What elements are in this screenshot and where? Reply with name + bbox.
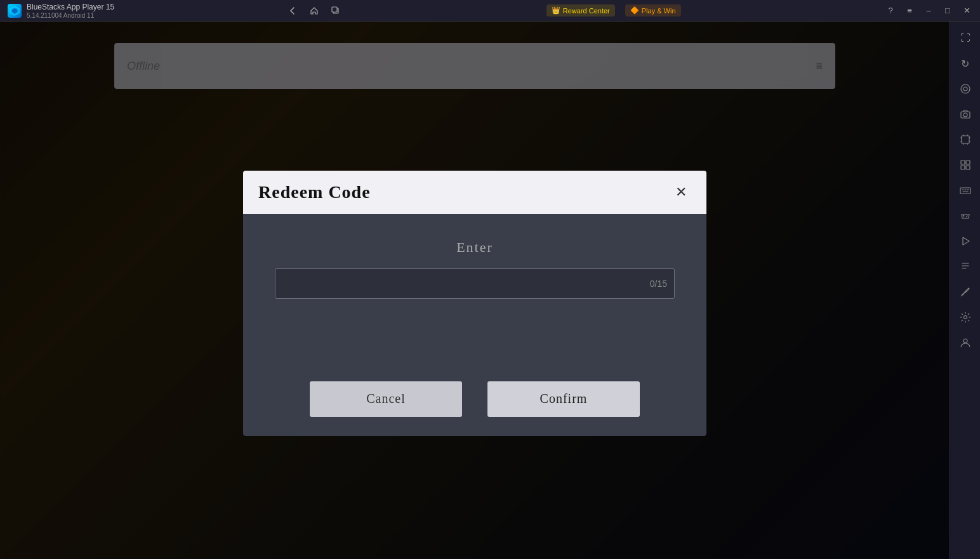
app-name: BlueStacks App Player 15 <box>27 3 114 11</box>
screenshot-sidebar-icon[interactable] <box>954 128 977 151</box>
svg-rect-9 <box>961 161 965 164</box>
svg-rect-13 <box>960 188 970 194</box>
svg-point-15 <box>965 216 966 217</box>
svg-rect-8 <box>962 136 969 143</box>
dialog-overlay: Redeem Code ✕ Enter 0/15 Cancel Confirm <box>0 22 950 559</box>
confirm-button[interactable]: Confirm <box>487 381 640 417</box>
minimize-button[interactable]: – <box>920 3 937 19</box>
expand-sidebar-icon[interactable]: ⛶ <box>954 27 977 49</box>
close-button[interactable]: ✕ <box>958 3 975 19</box>
svg-point-16 <box>963 316 967 319</box>
app-version: 5.14.211004 Android 11 <box>27 12 114 19</box>
dialog-header: Redeem Code ✕ <box>243 171 706 214</box>
redeem-code-input[interactable] <box>275 268 675 299</box>
reward-center-label: Reward Center <box>563 7 610 15</box>
reward-icon: 👑 <box>552 6 560 15</box>
svg-point-14 <box>967 215 967 216</box>
dialog-enter-label: Enter <box>456 239 493 256</box>
nav-copy-button[interactable] <box>327 2 345 20</box>
menu-button[interactable]: ≡ <box>901 3 918 19</box>
titlebar-nav <box>279 2 350 20</box>
brush-sidebar-icon[interactable] <box>954 280 977 303</box>
volume-sidebar-icon[interactable] <box>954 77 977 100</box>
svg-point-5 <box>963 87 967 91</box>
settings-sidebar-icon[interactable] <box>954 306 977 329</box>
script-sidebar-icon[interactable] <box>954 255 977 278</box>
redeem-code-dialog: Redeem Code ✕ Enter 0/15 Cancel Confirm <box>243 171 706 436</box>
play-win-label: Play & Win <box>642 7 676 15</box>
dialog-close-button[interactable]: ✕ <box>671 182 691 202</box>
dialog-body: Enter 0/15 Cancel Confirm <box>243 214 706 436</box>
zoom-sidebar-icon[interactable] <box>954 154 977 176</box>
svg-rect-10 <box>966 161 970 164</box>
bluestacks-logo <box>8 4 22 18</box>
play-win-icon: 🔶 <box>630 6 639 15</box>
svg-point-4 <box>961 84 970 93</box>
keyboard-sidebar-icon[interactable] <box>954 179 977 202</box>
rotate-sidebar-icon[interactable]: ↻ <box>954 52 977 75</box>
right-sidebar: ⛶ ↻ <box>950 22 980 559</box>
dialog-input-wrapper: 0/15 <box>275 268 675 299</box>
svg-rect-3 <box>332 7 337 12</box>
svg-point-7 <box>963 113 967 117</box>
cancel-button[interactable]: Cancel <box>310 381 462 417</box>
char-count: 0/15 <box>650 279 667 289</box>
account-sidebar-icon[interactable] <box>954 331 977 354</box>
dialog-title: Redeem Code <box>258 182 371 202</box>
svg-marker-1 <box>12 8 17 13</box>
maximize-button[interactable]: □ <box>939 3 956 19</box>
titlebar: BlueStacks App Player 15 5.14.211004 And… <box>0 0 980 22</box>
svg-rect-11 <box>961 166 965 169</box>
play-win-badge[interactable]: 🔶 Play & Win <box>625 4 681 16</box>
main-area: Offline ≡ Redeem Code ✕ Enter 0/15 Cance… <box>0 22 950 559</box>
svg-rect-12 <box>966 166 970 169</box>
svg-point-17 <box>963 339 967 343</box>
dialog-buttons: Cancel Confirm <box>275 381 675 417</box>
reward-center-badge[interactable]: 👑 Reward Center <box>546 4 615 16</box>
gamepad-sidebar-icon[interactable] <box>954 204 977 227</box>
camera-sidebar-icon[interactable] <box>954 103 977 126</box>
macro-sidebar-icon[interactable] <box>954 230 977 253</box>
nav-back-button[interactable] <box>284 2 301 20</box>
nav-home-button[interactable] <box>305 2 323 20</box>
help-button[interactable]: ? <box>882 3 899 19</box>
